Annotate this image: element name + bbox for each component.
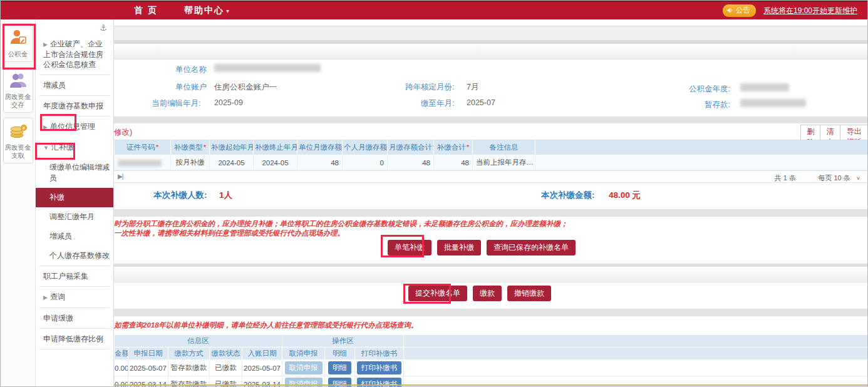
cross-year-value: 7月 [467, 82, 478, 93]
sidebar-item-huanjiao-edit[interactable]: 缓缴单位编辑增减员 [36, 158, 113, 188]
sidebar-item-hukou-collect[interactable]: 职工户籍采集 [36, 266, 113, 286]
query-saved-list-button[interactable]: 查询已保存的补缴名单 [487, 240, 576, 255]
col-detail: 明细 [325, 348, 355, 360]
chevron-down-icon: ▾ [226, 8, 230, 14]
rail-item-fanggai-zhiqu[interactable]: ¥ 房改资金支取 [3, 118, 33, 163]
rail-item-fanggai-jiaocun[interactable]: 房改资金交存 [3, 67, 33, 113]
single-supplement-button[interactable]: 单笔补缴 [388, 240, 431, 255]
sidebar-menu: ⚓ ▶企业破产、企业上市合法合规住房公积金信息核查 增减员 年度缴存基数申报 ▶… [36, 19, 114, 387]
deposit-label: 暂存款: [705, 100, 730, 110]
col-entry-date: 入账日期 [242, 348, 282, 360]
announcement-badge: 公告 [723, 4, 756, 17]
pay-button[interactable]: 缴款 [473, 286, 502, 301]
detail-button[interactable]: 明细 [328, 361, 351, 374]
col-monthly-total: 月缴存额合计* [388, 140, 434, 155]
payment-history-table: 信息区 操作区 金额 申报日期 缴款方式 缴款状态 入账日期 取消申报 明细 打… [114, 334, 868, 387]
cell-cancel: 取消申报 [282, 360, 325, 376]
cell-pay-status: 已缴款 [210, 360, 242, 376]
cell-total: 48 [434, 155, 473, 170]
sidebar-item-annual-base[interactable]: 年度缴存基数申报 [36, 96, 113, 116]
col-cancel-declare: 取消申报 [282, 348, 325, 360]
group-header-filler [404, 335, 868, 348]
maintenance-notice-link[interactable]: 系统将在19:00开始更新维护 [763, 6, 857, 16]
last-page-icon[interactable]: ▶| [118, 173, 123, 180]
divider-strip [114, 309, 868, 316]
sidebar-item-query[interactable]: ▶查询 [36, 287, 113, 307]
col-unit-monthly: 单位月缴存额* [297, 140, 343, 155]
chevron-right-icon: ▶ [43, 41, 48, 48]
col-amount: 金额 [115, 348, 128, 360]
col-type: 补缴类型* [171, 140, 210, 155]
sidebar-item-enterprise-check[interactable]: ▶企业破产、企业上市合法合规住房公积金信息核查 [36, 34, 113, 75]
cancel-pay-button[interactable]: 撤销缴款 [507, 286, 551, 301]
nav-home[interactable]: 首 页 [134, 5, 158, 16]
cell-detail: 明细 [325, 360, 355, 376]
cell-personal-amt: 0 [343, 155, 388, 170]
coins-icon: ¥ [9, 123, 28, 139]
group-header-ops: 操作区 [282, 335, 404, 348]
per-page-select[interactable]: 每页 10 条˅ [818, 173, 860, 183]
chevron-right-icon: ▶ [43, 294, 48, 301]
chevron-down-icon: ▼ [43, 145, 49, 151]
history-query-note: 如需查询2018年以前单位补缴明细，请单位经办人前往任意管理部或受托银行代办点现… [114, 321, 418, 330]
col-filler [535, 140, 868, 155]
module-icon-rail: 公积金 房改资金交存 ¥ 房改资金支取 [1, 19, 36, 387]
cell-month-total: 48 [388, 155, 434, 170]
cross-year-label: 跨年核定月份: [405, 82, 454, 93]
submit-panel-header [114, 267, 868, 282]
nav-help-center[interactable]: 帮助中心▾ [184, 5, 230, 16]
unit-account-value: 住房公积金账户一 [214, 82, 277, 93]
cell-type: 按月补缴 [171, 155, 210, 170]
cell-entry-date: 2025-05-07 [242, 360, 282, 376]
batch-supplement-table: 证件号码* 补缴类型* 补缴起始年月* 补缴终止年月* 单位月缴存额* 个人月缴… [114, 140, 868, 170]
person-edit-icon [9, 28, 28, 46]
sidebar-item-bujiao-selected[interactable]: 补缴 [36, 188, 113, 207]
supplement-action-buttons: 单笔补缴 批量补缴 查询已保存的补缴名单 [388, 240, 576, 255]
col-filler [404, 348, 868, 360]
top-navigation-bar: 首 页 帮助中心▾ 公告 系统将在19:00开始更新维护 [1, 1, 868, 19]
batch-supplement-button[interactable]: 批量补缴 [437, 240, 481, 255]
cancel-declare-button[interactable]: 取消申报 [285, 361, 323, 374]
fund-year-value-redacted [740, 83, 789, 91]
submit-action-buttons: 提交补缴名单 缴款 撤销缴款 [408, 286, 551, 301]
sidebar-item-unit-info[interactable]: ▶单位信息管理 [36, 116, 113, 137]
col-pay-status: 缴款状态 [210, 348, 242, 360]
col-start-month: 补缴起始年月* [210, 140, 254, 155]
deposit-value-redacted [740, 98, 806, 107]
sidebar-item-zengjianyuan-sub[interactable]: 增减员 [36, 227, 113, 246]
supplement-count-value: 1人 [219, 190, 232, 201]
cell-declare-date: 2025-05-07 [128, 360, 168, 376]
col-declare-date: 申报日期 [128, 348, 168, 360]
main-content: 单位名称 单位账户 住房公积金账户一 当前编辑年月: 2025-09 跨年核定月… [114, 19, 868, 387]
col-id-number: 证件号码* [115, 140, 171, 155]
sidebar-item-adjust-month[interactable]: 调整汇缴年月 [36, 207, 113, 227]
supplement-amount-label: 本次补缴金额: [541, 190, 595, 201]
rail-item-gongjijin[interactable]: 公积金 [3, 23, 33, 62]
submit-supplement-list-button[interactable]: 提交补缴名单 [408, 286, 467, 301]
chevron-down-icon: ˅ [857, 175, 860, 182]
fund-year-label: 公积金年度: [689, 84, 730, 95]
supplement-amount-value: 48.00 元 [609, 190, 641, 201]
chevron-right-icon: ▶ [43, 124, 48, 130]
sidebar-item-personal-base-edit[interactable]: 个人缴存基数修改 [36, 246, 113, 266]
cell-start: 2024-05 [210, 155, 254, 170]
table-row[interactable]: 按月补缴 2024-05 2024-05 48 0 48 48 当前上报年月存… [115, 155, 868, 170]
print-supplement-button[interactable]: 打印补缴书 [357, 361, 402, 374]
supplement-notice-line2: 一次性补缴，请携带相关材料到任意管理部或受托银行代办点现场办理。 [114, 229, 344, 238]
sidebar-item-apply-lower-ratio[interactable]: 申请降低缴存比例 [36, 329, 113, 349]
group-header-info: 信息区 [115, 335, 282, 348]
collapse-anchor-icon[interactable]: ⚓ [36, 19, 113, 34]
unit-name-value-redacted [214, 63, 321, 72]
sidebar-item-zengjianyuan[interactable]: 增减员 [36, 75, 113, 95]
col-remark: 备注信息 [473, 140, 535, 155]
bottom-edge-line [114, 384, 868, 386]
cell-end: 2024-05 [254, 155, 297, 170]
table-row: 0.00 2025-05-07 暂存款缴款 已缴款 2025-05-07 取消申… [115, 360, 868, 376]
unit-account-label: 单位账户 [175, 82, 207, 93]
sidebar-item-huibujiao[interactable]: ▼汇补缴 [36, 137, 113, 158]
col-print: 打印补缴书 [355, 348, 404, 360]
col-personal-monthly: 个人月缴存额* [343, 140, 388, 155]
unit-name-label: 单位名称 [175, 64, 207, 75]
supplement-count-label: 本次补缴人数: [153, 190, 207, 201]
sidebar-item-apply-huanjiao[interactable]: 申请缓缴 [36, 308, 113, 328]
